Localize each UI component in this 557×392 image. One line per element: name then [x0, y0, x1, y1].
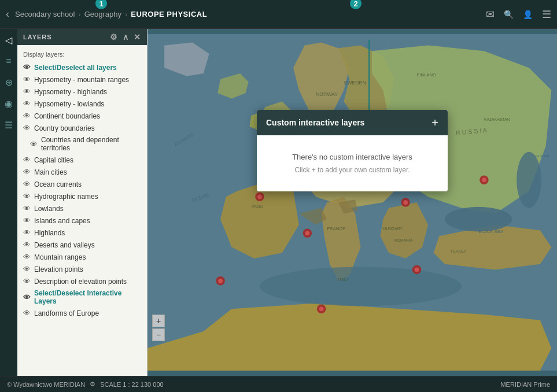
modal-header: Custom interactive layers +: [257, 110, 448, 135]
layer-label-deserts-valleys: Deserts and valleys: [34, 241, 95, 249]
layers-label: LAYERS: [23, 34, 52, 40]
layer-label-hypsometry-mountain: Hypsometry - mountain ranges: [34, 76, 129, 84]
layer-item-highlands[interactable]: 👁Highlands: [17, 227, 147, 239]
layers-list: 👁Select/Deselect all layers👁Hypsometry -…: [17, 61, 147, 319]
sidebar-collapse-icon[interactable]: ∧: [123, 32, 129, 42]
layer-label-country-boundaries: Country boundaries: [34, 124, 95, 132]
eye-icon-deserts-valleys: 👁: [23, 241, 31, 249]
eye-icon-elevation-points: 👁: [23, 265, 31, 273]
top-icons: ✉ 🔍 👤 ☰: [486, 8, 551, 21]
eye-icon-hydrographic-names: 👁: [23, 192, 31, 201]
custom-layers-modal: Custom interactive layers + There's no c…: [257, 110, 448, 191]
eye-icon-lowlands: 👁: [23, 204, 31, 213]
user-icon[interactable]: 👤: [523, 10, 533, 19]
modal-body: There's no custom interactive layers Cli…: [257, 135, 448, 191]
badge-1: 1: [94, 0, 108, 10]
nav-icon-globe[interactable]: ◉: [5, 98, 13, 109]
search-icon[interactable]: 🔍: [504, 10, 514, 19]
layer-label-landforms-europe: Landforms of Europe: [34, 309, 99, 317]
layer-item-select-interactive[interactable]: 👁Select/Deselect Interactive Layers: [17, 287, 147, 307]
layer-item-hypsometry-highlands[interactable]: 👁Hypsometry - highlands: [17, 86, 147, 98]
nav-icon-list[interactable]: ≡: [6, 56, 11, 66]
layer-item-main-cities[interactable]: 👁Main cities: [17, 166, 147, 178]
eye-icon-countries-territories: 👁: [30, 140, 38, 149]
copyright-text: © Wydawnictwo MERIDIAN: [7, 381, 85, 388]
layer-label-select-all: Select/Deselect all layers: [34, 64, 117, 72]
nav-icon-pin[interactable]: ⊕: [5, 77, 13, 88]
nav-icon-layers[interactable]: ◁: [5, 35, 12, 46]
breadcrumb-part2[interactable]: Geography: [84, 10, 121, 19]
breadcrumb-part1[interactable]: Secondary school: [15, 10, 75, 19]
eye-icon-hypsometry-mountain: 👁: [23, 75, 31, 84]
eye-icon-select-interactive: 👁: [23, 293, 31, 302]
layer-item-mountain-ranges[interactable]: 👁Mountain ranges: [17, 251, 147, 263]
layer-label-mountain-ranges: Mountain ranges: [34, 253, 86, 261]
sidebar-settings-icon[interactable]: ⚙: [110, 32, 118, 42]
eye-icon-elevation-description: 👁: [23, 277, 31, 286]
back-button[interactable]: ‹: [6, 8, 9, 20]
layer-item-deserts-valleys[interactable]: 👁Deserts and valleys: [17, 239, 147, 251]
layer-label-lowlands: Lowlands: [34, 205, 64, 213]
layer-item-elevation-points[interactable]: 👁Elevation points: [17, 263, 147, 275]
breadcrumb: Secondary school › Geography › EUROPE PH…: [15, 10, 486, 19]
layer-item-lowlands[interactable]: 👁Lowlands: [17, 202, 147, 215]
eye-icon-islands-capes: 👁: [23, 216, 31, 225]
scale-label: SCALE 1 : 22 130 000: [100, 381, 163, 388]
layer-label-hypsometry-highlands: Hypsometry - highlands: [34, 88, 107, 96]
badge-2: 2: [349, 0, 363, 10]
layer-label-continent-boundaries: Continent boundaries: [34, 112, 100, 120]
layer-label-elevation-description: Description of elevation points: [34, 278, 127, 286]
layer-label-elevation-points: Elevation points: [34, 265, 83, 273]
layer-item-elevation-description[interactable]: 👁Description of elevation points: [17, 275, 147, 287]
sidebar-content: Display layers: 👁Select/Deselect all lay…: [17, 45, 147, 324]
layer-item-select-all[interactable]: 👁Select/Deselect all layers: [17, 61, 147, 73]
layer-item-countries-territories[interactable]: 👁Countries and dependent territories: [17, 134, 147, 154]
eye-icon-continent-boundaries: 👁: [23, 112, 31, 120]
eye-icon-mountain-ranges: 👁: [23, 253, 31, 261]
layer-item-country-boundaries[interactable]: 👁Country boundaries: [17, 122, 147, 134]
brand-label: MERIDIAN Prime: [500, 381, 550, 388]
sidebar-header: LAYERS ⚙ ∧ ✕: [17, 29, 147, 45]
eye-icon-select-all: 👁: [23, 63, 31, 72]
modal-add-button[interactable]: +: [431, 117, 438, 128]
layer-item-capital-cities[interactable]: 👁Capital cities: [17, 154, 147, 166]
layer-item-hydrographic-names[interactable]: 👁Hydrographic names: [17, 190, 147, 202]
eye-icon-landforms-europe: 👁: [23, 309, 31, 317]
layer-label-select-interactive: Select/Deselect Interactive Layers: [34, 289, 142, 305]
main-content: ◁ ≡ ⊕ ◉ ☰ LAYERS ⚙ ∧ ✕ Display layers: 👁…: [0, 29, 557, 376]
layer-item-hypsometry-lowlands[interactable]: 👁Hypsometry - lowlands: [17, 98, 147, 110]
layer-item-continent-boundaries[interactable]: 👁Continent boundaries: [17, 110, 147, 122]
nav-icon-menu[interactable]: ☰: [5, 120, 13, 131]
scale-section: © Wydawnictwo MERIDIAN ⚙ SCALE 1 : 22 13…: [7, 380, 164, 388]
layer-label-ocean-currents: Ocean currents: [34, 180, 82, 188]
sidebar-close-icon[interactable]: ✕: [134, 32, 141, 42]
layer-item-ocean-currents[interactable]: 👁Ocean currents: [17, 178, 147, 190]
display-layers-label: Display layers:: [17, 50, 147, 61]
modal-overlay: Custom interactive layers + There's no c…: [147, 29, 557, 376]
layer-label-hydrographic-names: Hydrographic names: [34, 193, 98, 201]
topbar: ‹ Secondary school › Geography › EUROPE …: [0, 0, 557, 29]
map-area[interactable]: R U S S I A NORWAY SWEDEN FINLAND UKRAIN…: [147, 29, 557, 376]
layer-item-islands-capes[interactable]: 👁Islands and capes: [17, 215, 147, 227]
breadcrumb-sep1: ›: [78, 10, 80, 19]
left-nav: ◁ ≡ ⊕ ◉ ☰: [0, 29, 17, 376]
eye-icon-hypsometry-lowlands: 👁: [23, 99, 31, 108]
layer-label-countries-territories: Countries and dependent territories: [41, 136, 142, 152]
bottombar: © Wydawnictwo MERIDIAN ⚙ SCALE 1 : 22 13…: [0, 376, 557, 392]
layer-item-landforms-europe[interactable]: 👁Landforms of Europe: [17, 307, 147, 319]
mail-icon[interactable]: ✉: [486, 8, 495, 21]
breadcrumb-current: EUROPE PHYSICAL: [131, 10, 207, 19]
layer-label-main-cities: Main cities: [34, 168, 67, 176]
settings-icon[interactable]: ⚙: [90, 380, 95, 388]
menu-icon[interactable]: ☰: [542, 8, 551, 21]
modal-title: Custom interactive layers: [266, 118, 364, 127]
sidebar: LAYERS ⚙ ∧ ✕ Display layers: 👁Select/Des…: [17, 29, 147, 376]
layer-label-islands-capes: Islands and capes: [34, 217, 90, 225]
eye-icon-country-boundaries: 👁: [23, 124, 31, 132]
eye-icon-main-cities: 👁: [23, 168, 31, 176]
layer-item-hypsometry-mountain[interactable]: 👁Hypsometry - mountain ranges: [17, 73, 147, 86]
breadcrumb-sep2: ›: [125, 10, 127, 19]
eye-icon-highlands: 👁: [23, 228, 31, 237]
eye-icon-capital-cities: 👁: [23, 156, 31, 164]
no-layers-text: There's no custom interactive layers: [266, 153, 438, 161]
